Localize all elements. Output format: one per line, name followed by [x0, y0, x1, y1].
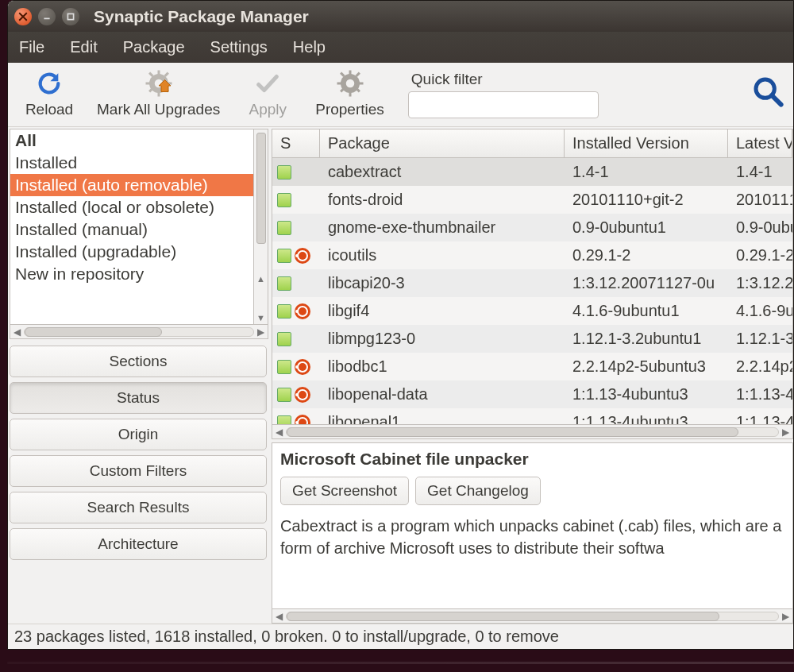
app-window: Synaptic Package Manager File Edit Packa…: [7, 0, 794, 650]
latest-version: 0.29.1-2: [728, 246, 792, 265]
status-button[interactable]: Status: [10, 382, 267, 414]
package-checkbox[interactable]: [277, 360, 291, 374]
maximize-icon[interactable]: [62, 8, 79, 25]
table-row[interactable]: libopenal11:1.13-4ubuntu31:1.13-4: [272, 408, 792, 424]
package-name: gnome-exe-thumbnailer: [320, 218, 565, 237]
package-checkbox[interactable]: [277, 165, 291, 180]
title-bar[interactable]: Synaptic Package Manager: [8, 1, 793, 32]
scrollbar-thumb[interactable]: [287, 612, 719, 621]
header-package[interactable]: Package: [320, 129, 565, 157]
menu-edit[interactable]: Edit: [68, 35, 98, 60]
filter-item[interactable]: Installed (manual): [10, 218, 253, 241]
package-name: libodbc1: [320, 357, 565, 376]
ubuntu-icon: [295, 415, 310, 425]
mark-all-upgrades-button[interactable]: Mark All Upgrades: [97, 68, 220, 118]
svg-point-12: [345, 79, 354, 88]
scrollbar-thumb[interactable]: [287, 427, 738, 437]
scrollbar-thumb[interactable]: [256, 133, 266, 244]
quick-filter-input[interactable]: [408, 91, 599, 118]
scrollbar-thumb[interactable]: [25, 327, 162, 337]
table-row[interactable]: libgif44.1.6-9ubuntu14.1.6-9u: [272, 297, 792, 325]
installed-version: 1.12.1-3.2ubuntu1: [565, 330, 728, 348]
status-cell[interactable]: [272, 276, 320, 291]
status-cell[interactable]: [272, 165, 320, 180]
svg-rect-0: [67, 14, 73, 19]
status-cell[interactable]: [272, 415, 320, 425]
search-icon: [752, 75, 784, 107]
filter-list[interactable]: AllInstalledInstalled (auto removable)In…: [10, 129, 268, 325]
table-horizontal-scrollbar[interactable]: ◀ ▶: [272, 425, 793, 439]
table-row[interactable]: gnome-exe-thumbnailer0.9-0ubuntu10.9-0ub…: [272, 214, 792, 241]
filter-item[interactable]: Installed: [10, 152, 253, 174]
sections-button[interactable]: Sections: [10, 346, 267, 377]
package-checkbox[interactable]: [277, 332, 291, 346]
horizontal-scrollbar[interactable]: ◀ ▶: [10, 325, 268, 339]
search-button[interactable]: [752, 75, 784, 111]
svg-rect-13: [349, 71, 351, 75]
apply-label: Apply: [249, 101, 287, 118]
scroll-right-icon[interactable]: ▶: [782, 611, 789, 622]
header-installed-version[interactable]: Installed Version: [565, 129, 728, 157]
installed-version: 0.9-0ubuntu1: [565, 218, 728, 237]
scroll-right-icon[interactable]: ▶: [257, 326, 264, 338]
status-cell[interactable]: [272, 248, 320, 264]
table-row[interactable]: libcapi20-31:3.12.20071127-0u1:3.12.2: [272, 269, 792, 297]
menu-settings[interactable]: Settings: [209, 35, 269, 60]
table-row[interactable]: libmpg123-01.12.1-3.2ubuntu11.12.1-3.: [272, 325, 792, 353]
package-checkbox[interactable]: [277, 304, 291, 319]
custom-filters-button[interactable]: Custom Filters: [10, 455, 267, 487]
filter-item[interactable]: New in repository: [10, 263, 253, 285]
table-row[interactable]: libopenal-data1:1.13-4ubuntu31:1.13-4: [272, 380, 792, 408]
close-icon[interactable]: [14, 8, 32, 25]
package-checkbox[interactable]: [277, 276, 291, 291]
status-bar: 23 packages listed, 1618 installed, 0 br…: [8, 624, 793, 649]
scroll-right-icon[interactable]: ▶: [782, 427, 789, 438]
get-changelog-button[interactable]: Get Changelog: [415, 477, 541, 505]
window-controls: [14, 8, 79, 25]
status-cell[interactable]: [272, 359, 320, 375]
vertical-scrollbar[interactable]: ▲ ▼: [253, 129, 268, 324]
package-checkbox[interactable]: [277, 221, 291, 235]
package-checkbox[interactable]: [277, 249, 291, 263]
filter-item[interactable]: Installed (upgradable): [10, 241, 253, 263]
filter-item[interactable]: Installed (auto removable): [10, 174, 253, 196]
get-screenshot-button[interactable]: Get Screenshot: [280, 477, 409, 505]
status-cell[interactable]: [272, 221, 320, 235]
reload-icon: [33, 68, 65, 99]
filter-item[interactable]: All: [10, 129, 253, 152]
menu-file[interactable]: File: [17, 35, 46, 60]
properties-button[interactable]: Properties: [315, 68, 384, 118]
minimize-icon[interactable]: [38, 8, 56, 25]
svg-rect-15: [337, 83, 341, 85]
menu-help[interactable]: Help: [291, 35, 327, 60]
status-cell[interactable]: [272, 332, 320, 346]
filter-item[interactable]: Installed (local or obsolete): [10, 196, 253, 218]
search-results-button[interactable]: Search Results: [10, 492, 267, 523]
status-cell[interactable]: [272, 387, 320, 403]
origin-button[interactable]: Origin: [10, 419, 267, 450]
latest-version: 1:3.12.2: [728, 274, 792, 292]
table-row[interactable]: icoutils0.29.1-20.29.1-2: [272, 241, 792, 269]
installed-version: 1:3.12.20071127-0u: [565, 274, 728, 292]
table-row[interactable]: libodbc12.2.14p2-5ubuntu32.2.14p2: [272, 353, 792, 380]
scroll-left-icon[interactable]: ◀: [276, 611, 283, 622]
scroll-down-icon[interactable]: ▼: [256, 313, 265, 322]
header-s[interactable]: S: [272, 129, 320, 157]
menu-package[interactable]: Package: [121, 35, 187, 60]
status-cell[interactable]: [272, 193, 320, 207]
description-horizontal-scrollbar[interactable]: ◀ ▶: [272, 609, 793, 624]
table-row[interactable]: cabextract1.4-11.4-1: [272, 158, 792, 186]
package-checkbox[interactable]: [277, 193, 291, 207]
package-name: libgif4: [320, 302, 565, 320]
reload-button[interactable]: Reload: [17, 68, 81, 118]
header-latest-version[interactable]: Latest V: [728, 129, 792, 157]
architecture-button[interactable]: Architecture: [10, 528, 267, 560]
package-checkbox[interactable]: [277, 415, 291, 425]
scroll-left-icon[interactable]: ◀: [276, 427, 283, 438]
scroll-up-icon[interactable]: ▲: [256, 274, 265, 284]
package-checkbox[interactable]: [277, 388, 291, 402]
scroll-left-icon[interactable]: ◀: [13, 326, 21, 338]
status-cell[interactable]: [272, 303, 320, 319]
properties-label: Properties: [315, 101, 384, 118]
table-row[interactable]: fonts-droid20101110+git-22010111: [272, 186, 792, 214]
